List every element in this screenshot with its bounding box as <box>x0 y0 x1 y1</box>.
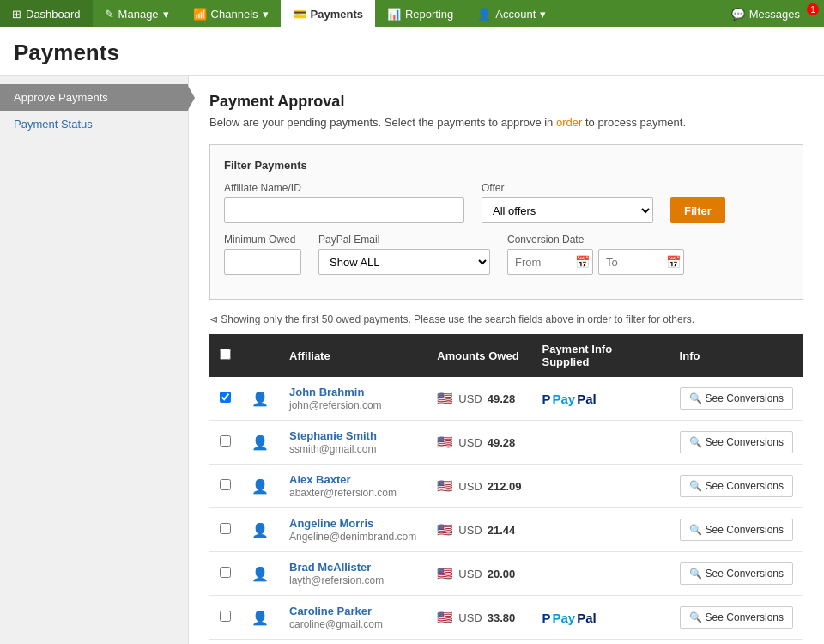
row-amount-cell: 🇺🇸USD49.28 <box>427 421 531 465</box>
affiliate-name-link[interactable]: Brad McAllister <box>289 561 416 574</box>
affiliate-name-link[interactable]: Angeline Morris <box>289 517 416 530</box>
affiliate-name-link[interactable]: Caroline Parker <box>289 605 416 617</box>
nav-channels[interactable]: 📶 Channels ▾ <box>181 0 281 27</box>
avatar-icon: 👤 <box>251 611 269 625</box>
currency-label: USD <box>458 480 482 493</box>
reporting-icon: 📊 <box>387 8 401 21</box>
row-affiliate-cell: Angeline MorrisAngeline@denimbrand.com <box>279 508 427 552</box>
to-date-input[interactable] <box>598 249 684 275</box>
see-conversions-button[interactable]: 🔍 See Conversions <box>680 431 793 453</box>
messages-badge: 1 <box>807 3 819 15</box>
account-dropdown-icon: ▾ <box>540 8 546 21</box>
nav-account[interactable]: 👤 Account ▾ <box>465 0 558 27</box>
row-checkbox[interactable] <box>220 435 231 447</box>
row-payment-info-cell <box>531 465 669 508</box>
row-checkbox-cell <box>209 465 241 508</box>
amount-value: 20.00 <box>488 568 516 580</box>
row-affiliate-cell: Brad McAllisterlayth@refersion.com <box>279 552 427 596</box>
avatar-icon: 👤 <box>251 567 269 581</box>
sidebar: Approve Payments Payment Status <box>0 76 189 644</box>
paypal-logo: PPayPal <box>542 611 596 625</box>
nav-payments[interactable]: 💳 Payments <box>281 0 375 27</box>
row-payment-info-cell: PPayPal <box>531 640 669 645</box>
row-affiliate-cell: Alex Baxterabaxter@refersion.com <box>279 465 427 508</box>
affiliate-email: caroline@gmail.com <box>289 618 383 630</box>
from-date-input[interactable] <box>507 249 593 275</box>
row-affiliate-cell: Stephanie Smithssmith@gmail.com <box>279 421 427 465</box>
row-info-cell: 🔍 See Conversions <box>670 508 803 552</box>
conv-date-group: Conversion Date 📅 📅 <box>507 234 684 275</box>
row-checkbox-cell <box>209 596 241 640</box>
paypal-email-group: PayPal Email Show ALL <box>318 234 490 275</box>
row-checkbox[interactable] <box>220 567 231 578</box>
currency-label: USD <box>458 436 482 449</box>
header-avatar <box>241 334 279 377</box>
search-icon: 🔍 <box>689 568 702 580</box>
row-payment-info-cell: PPayPal <box>531 596 669 640</box>
currency-label: USD <box>458 568 482 580</box>
amount-value: 212.09 <box>488 480 522 493</box>
row-checkbox-cell <box>209 508 241 552</box>
table-row: 👤Stephanie Smithssmith@gmail.com🇺🇸USD49.… <box>209 421 803 465</box>
row-checkbox-cell <box>209 640 241 645</box>
affiliate-name-link[interactable]: Alex Baxter <box>289 473 416 486</box>
affiliate-input[interactable] <box>224 197 464 223</box>
see-conversions-button[interactable]: 🔍 See Conversions <box>680 387 793 410</box>
search-icon: 🔍 <box>689 392 702 404</box>
table-header: Affiliate Amounts Owed Payment Info Supp… <box>209 334 803 377</box>
manage-icon: ✎ <box>105 8 114 21</box>
row-checkbox[interactable] <box>220 611 231 622</box>
see-conversions-button[interactable]: 🔍 See Conversions <box>680 562 793 585</box>
notice-text: ⊲ Showing only the first 50 owed payment… <box>209 313 803 325</box>
row-checkbox[interactable] <box>220 479 231 490</box>
sidebar-item-approve-payments[interactable]: Approve Payments <box>0 84 188 111</box>
table-row: 👤Caroline Parkercaroline@gmail.com🇺🇸USD3… <box>209 596 803 640</box>
nav-reporting[interactable]: 📊 Reporting <box>375 0 465 27</box>
avatar-icon: 👤 <box>251 435 269 450</box>
row-avatar-cell: 👤 <box>241 465 279 508</box>
flag-icon: 🇺🇸 <box>437 522 453 538</box>
paypal-logo: PPayPal <box>542 392 596 406</box>
offer-select[interactable]: All offers <box>482 197 653 223</box>
order-link[interactable]: order <box>556 116 582 129</box>
filter-button[interactable]: Filter <box>670 197 725 223</box>
filter-box: Filter Payments Affiliate Name/ID Offer … <box>209 144 803 300</box>
filter-row-2: Minimum Owed PayPal Email Show ALL Conve… <box>224 234 789 275</box>
row-info-cell: 🔍 See Conversions <box>670 421 803 465</box>
see-conversions-button[interactable]: 🔍 See Conversions <box>680 519 793 541</box>
see-conversions-button[interactable]: 🔍 See Conversions <box>680 475 793 497</box>
page-layout: Approve Payments Payment Status Payment … <box>0 76 824 644</box>
min-owed-input[interactable] <box>224 249 301 275</box>
affiliate-name-link[interactable]: Stephanie Smith <box>289 429 416 442</box>
select-all-checkbox[interactable] <box>220 349 231 360</box>
currency-label: USD <box>458 392 482 405</box>
table-row: 👤Angeline MorrisAngeline@denimbrand.com🇺… <box>209 508 803 552</box>
row-affiliate-cell: John Brahminjohn@refersion.com <box>279 377 427 421</box>
search-icon: 🔍 <box>689 436 702 448</box>
avatar-icon: 👤 <box>251 523 269 538</box>
filter-button-group: Filter <box>670 197 725 223</box>
nav-dashboard[interactable]: ⊞ Dashboard <box>0 0 93 27</box>
nav-manage[interactable]: ✎ Manage ▾ <box>93 0 181 27</box>
search-icon: 🔍 <box>689 524 702 536</box>
table-row: 👤John Brahminjohn@refersion.com🇺🇸USD49.2… <box>209 377 803 421</box>
currency-label: USD <box>458 611 482 624</box>
page-title: Payments <box>14 39 810 66</box>
nav-messages[interactable]: 💬 Messages 1 <box>719 0 824 27</box>
row-checkbox[interactable] <box>220 392 231 403</box>
row-amount-cell: 🇺🇸USD49.28 <box>427 377 531 421</box>
row-avatar-cell: 👤 <box>241 552 279 596</box>
row-avatar-cell: 👤 <box>241 640 279 645</box>
paypal-email-select[interactable]: Show ALL <box>318 249 490 275</box>
row-checkbox[interactable] <box>220 523 231 534</box>
affiliate-name-link[interactable]: John Brahmin <box>289 386 416 398</box>
row-avatar-cell: 👤 <box>241 377 279 421</box>
row-affiliate-cell: Caroline Parkercaroline@gmail.com <box>279 596 427 640</box>
payments-table-wrap: Affiliate Amounts Owed Payment Info Supp… <box>209 334 803 644</box>
account-icon: 👤 <box>477 8 491 21</box>
row-payment-info-cell <box>531 421 669 465</box>
row-info-cell: 🔍 See Conversions <box>670 640 803 645</box>
see-conversions-button[interactable]: 🔍 See Conversions <box>680 606 793 629</box>
sidebar-item-payment-status[interactable]: Payment Status <box>0 111 188 137</box>
table-row: 👤Brad McAllisterlayth@refersion.com🇺🇸USD… <box>209 552 803 596</box>
